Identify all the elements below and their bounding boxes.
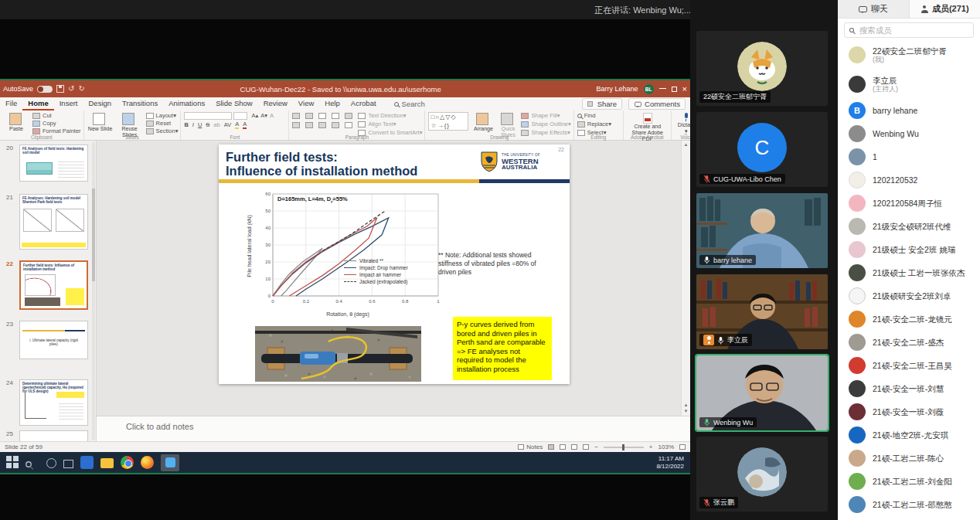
taskbar-clock[interactable]: 11:17 AM 8/12/2022: [656, 455, 684, 471]
zoom-level[interactable]: 103%: [658, 444, 674, 450]
member-row[interactable]: 21硕-工岩二班-刘金阳: [838, 470, 980, 493]
video-tile-1[interactable]: 22硕安全二班郁宁胥: [696, 31, 828, 106]
justify-icon[interactable]: [332, 122, 339, 128]
slide-sorter-icon[interactable]: [560, 444, 566, 450]
layout-button[interactable]: Layout ▾: [146, 112, 179, 119]
ribbon-tab[interactable]: View: [293, 97, 319, 110]
zoom-slider[interactable]: [604, 447, 644, 448]
bullets-icon[interactable]: [292, 113, 300, 119]
save-icon[interactable]: [56, 85, 64, 93]
underline-button[interactable]: U: [198, 121, 202, 128]
member-row[interactable]: 21硕-安全二班-龙镜元: [838, 308, 980, 331]
redo-icon[interactable]: ↻: [78, 85, 84, 93]
shrink-font-button[interactable]: A▾: [260, 112, 267, 119]
account-name[interactable]: Barry Lehane: [597, 85, 638, 93]
notes-toggle[interactable]: Notes: [518, 444, 543, 450]
ribbon-tab[interactable]: Animations: [163, 97, 210, 110]
tab-chat[interactable]: 聊天: [838, 0, 910, 18]
scroll-up-icon[interactable]: ▲: [682, 142, 690, 147]
canvas-scrollbar[interactable]: ▲ ▲▼: [681, 141, 690, 416]
font-name-select[interactable]: [184, 112, 232, 120]
cortana-icon[interactable]: [46, 458, 56, 468]
member-row[interactable]: 21级硕研安全2班刘卓: [838, 284, 980, 308]
active-meeting-app-icon[interactable]: [161, 454, 179, 471]
member-row[interactable]: 21硕-地空2班-尤安琪: [838, 423, 980, 447]
video-tile-2[interactable]: C CUG-UWA-Libo Chen: [696, 112, 828, 187]
shape-outline-button[interactable]: Shape Outline ▾: [521, 121, 570, 127]
ribbon-tab[interactable]: Review: [258, 97, 293, 110]
italic-button[interactable]: I: [192, 121, 194, 128]
member-row[interactable]: 21硕-安全一班-刘慧: [838, 377, 980, 400]
zoom-out-button[interactable]: −: [594, 444, 598, 450]
video-tile-5[interactable]: Wenbing Wu: [696, 355, 828, 430]
notes-placeholder[interactable]: Click to add notes: [126, 422, 193, 431]
slide-thumbnail-24[interactable]: Determining ultimate lateral (geotechnic…: [19, 379, 88, 426]
member-search[interactable]: [844, 22, 974, 38]
autosave-toggle[interactable]: [37, 86, 53, 93]
align-center-icon[interactable]: [305, 122, 313, 128]
slide-thumbnail-20[interactable]: FE Analyses of field tests: Hardening so…: [19, 144, 88, 182]
text-shadow-button[interactable]: ab: [213, 121, 219, 128]
fit-slide-icon[interactable]: [679, 444, 686, 450]
numbering-icon[interactable]: [305, 113, 313, 119]
highlight-color-button[interactable]: A: [235, 121, 239, 129]
new-slide-button[interactable]: New Slide: [87, 112, 114, 132]
teams-app-icon[interactable]: [80, 456, 94, 469]
member-row[interactable]: 1202120532: [838, 168, 980, 192]
video-tile-6[interactable]: 张云鹏: [696, 437, 828, 512]
comments-button[interactable]: Comments: [628, 98, 686, 110]
format-painter-button[interactable]: Format Painter: [32, 127, 81, 134]
font-size-select[interactable]: [233, 112, 247, 120]
reset-button[interactable]: Reset: [146, 120, 179, 127]
member-row[interactable]: 1: [838, 145, 980, 168]
collapse-ribbon-icon[interactable]: ⌃: [683, 133, 688, 139]
align-text-button[interactable]: Align Text ▾: [358, 121, 422, 127]
task-view-icon[interactable]: [63, 460, 73, 468]
normal-view-icon[interactable]: [548, 444, 554, 450]
shape-fill-button[interactable]: Shape Fill ▾: [521, 112, 570, 119]
zoom-in-button[interactable]: +: [649, 444, 653, 450]
strikethrough-button[interactable]: S: [206, 121, 209, 128]
firefox-icon[interactable]: [141, 456, 154, 469]
ribbon-tab[interactable]: Transitions: [117, 97, 163, 110]
line-spacing-icon[interactable]: [345, 113, 352, 119]
clear-formatting-button[interactable]: A: [270, 112, 274, 119]
search-box[interactable]: Search: [394, 100, 425, 108]
cut-button[interactable]: Cut: [32, 112, 81, 119]
member-row[interactable]: 21硕-安全二班-王昌昊: [838, 354, 980, 377]
align-left-icon[interactable]: [292, 122, 300, 128]
thumbnail-scrollbar[interactable]: [92, 142, 95, 440]
character-spacing-button[interactable]: AV: [224, 121, 231, 128]
minimize-button[interactable]: [659, 88, 666, 89]
member-row[interactable]: B barry lehane: [838, 99, 980, 122]
taskbar-search-icon[interactable]: [26, 456, 39, 469]
align-right-icon[interactable]: [318, 122, 326, 128]
font-color-button[interactable]: A: [243, 121, 247, 129]
section-button[interactable]: Section ▾: [146, 127, 179, 134]
member-row[interactable]: 22硕安全二班郁宁胥 (我): [838, 40, 980, 70]
slide-thumbnail-23[interactable]: i. Ultimate lateral capacity (rigid pile…: [19, 321, 88, 359]
member-search-input[interactable]: [858, 25, 968, 36]
reading-view-icon[interactable]: [571, 444, 577, 450]
member-row[interactable]: 21级安全硕研2班代维: [838, 215, 980, 238]
ribbon-tab[interactable]: Design: [83, 97, 117, 110]
file-explorer-icon[interactable]: [100, 458, 114, 468]
member-row[interactable]: 21硕-安全二班-盛杰: [838, 331, 980, 354]
member-row[interactable]: 21级硕士 安全2班 姚瑞: [838, 238, 980, 261]
slide-thumbnail-22[interactable]: Further field tests: Influence of instal…: [19, 260, 88, 310]
video-tile-4[interactable]: 李立辰: [696, 274, 828, 349]
start-button[interactable]: [6, 456, 19, 469]
find-button[interactable]: Find: [577, 112, 611, 119]
slide-thumbnail-25[interactable]: [19, 430, 88, 441]
ribbon-tab[interactable]: Help: [319, 97, 345, 110]
restore-button[interactable]: [672, 87, 677, 92]
member-row[interactable]: 21硕-工岩二班-邵憨憨: [838, 493, 980, 516]
previous-slide-button[interactable]: ▲: [682, 402, 690, 408]
ribbon-tab[interactable]: Acrobat: [345, 97, 382, 110]
slide-thumbnail-21[interactable]: FE Analyses: Hardening soil model Shento…: [19, 194, 88, 250]
share-button[interactable]: Share: [582, 98, 622, 110]
ribbon-tab[interactable]: Slide Show: [210, 97, 258, 110]
member-row[interactable]: Wenbing Wu: [838, 122, 980, 145]
close-button[interactable]: ×: [682, 85, 687, 93]
arrange-button[interactable]: Arrange: [471, 112, 495, 132]
